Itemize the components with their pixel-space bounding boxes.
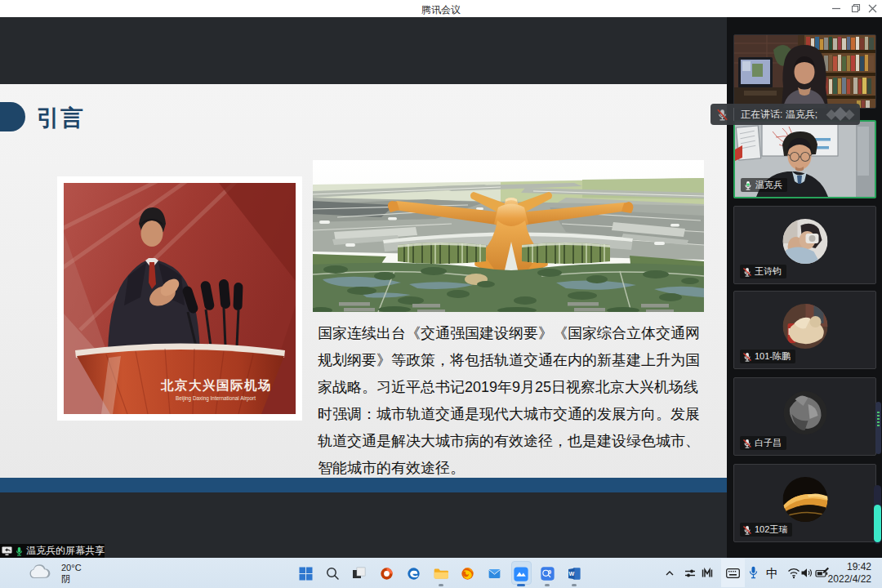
svg-text:北京大兴国际机场: 北京大兴国际机场 [160,378,272,392]
svg-text:W: W [568,571,574,577]
svg-text:Beijing Daxing International A: Beijing Daxing International Airport [176,395,256,402]
svg-text:9: 9 [548,569,551,576]
